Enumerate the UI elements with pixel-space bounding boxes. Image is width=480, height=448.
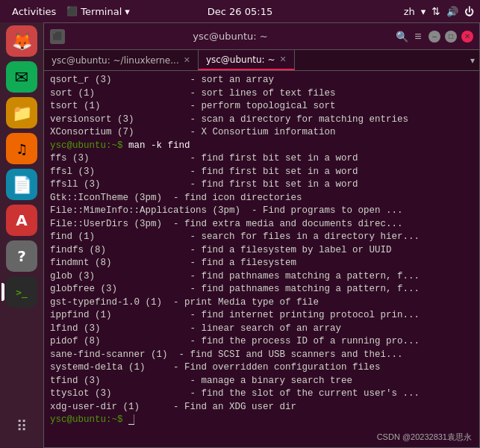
sidebar-item-appsgrid[interactable]: ⠿ bbox=[6, 411, 37, 442]
terminal-tab-1[interactable]: ysc@ubuntu: ~/linuxkerne... ✕ bbox=[44, 50, 199, 70]
lang-label[interactable]: zh bbox=[404, 6, 415, 17]
sidebar-item-help[interactable]: ? bbox=[6, 240, 37, 272]
prompt-1: ysc@ubuntu:~$ bbox=[50, 140, 128, 151]
tab1-close[interactable]: ✕ bbox=[184, 55, 190, 65]
terminal-output-line-1: qsort_r (3) - sort an array sort (1) - s… bbox=[50, 75, 408, 137]
power-icon[interactable]: ⏻ bbox=[464, 6, 474, 17]
watermark: CSDN @20232831袁思永 bbox=[377, 432, 472, 443]
terminal-title: ysc@ubuntu: ~ bbox=[69, 31, 391, 42]
sidebar-item-thunderbird[interactable]: ✉ bbox=[6, 61, 37, 93]
terminal-taskbar-item[interactable]: ⬛ Terminal ▾ bbox=[62, 6, 134, 17]
sidebar-item-libreoffice[interactable]: 📄 bbox=[6, 169, 37, 200]
sidebar-item-rhythmbox[interactable]: ♫ bbox=[6, 133, 37, 164]
sidebar-bottom: ⠿ bbox=[6, 411, 37, 448]
terminal-close-button[interactable]: ✕ bbox=[461, 31, 473, 43]
sidebar-item-files[interactable]: 📁 bbox=[6, 97, 37, 128]
network-icon[interactable]: ⇅ bbox=[431, 5, 440, 17]
sidebar-item-terminal[interactable]: >_ bbox=[6, 276, 37, 308]
activities-button[interactable]: Activities bbox=[6, 0, 62, 22]
sidebar: 🦊 ✉ 📁 ♫ 📄 A ? >_ ⠿ bbox=[0, 22, 43, 448]
tab2-close[interactable]: ✕ bbox=[280, 55, 287, 64]
topbar: Activities ⬛ Terminal ▾ Dec 26 05:15 zh … bbox=[0, 0, 480, 22]
tab1-label: ysc@ubuntu: ~/linuxkerne... bbox=[52, 55, 179, 66]
cmd-1: man -k find bbox=[128, 140, 190, 151]
terminal-menu-button[interactable]: ≡ bbox=[412, 31, 424, 43]
tab-dropdown-button[interactable]: ▾ bbox=[466, 50, 479, 70]
taskbar-terminal-icon: ⬛ bbox=[66, 6, 78, 16]
terminal-tabbar: ysc@ubuntu: ~/linuxkerne... ✕ ysc@ubuntu… bbox=[44, 50, 479, 71]
tab2-label: ysc@ubuntu: ~ bbox=[206, 55, 275, 65]
taskbar-dropdown-icon: ▾ bbox=[125, 6, 130, 17]
activities-label: Activities bbox=[12, 6, 56, 17]
datetime-text: Dec 26 05:15 bbox=[208, 6, 272, 17]
prompt-2: ysc@ubuntu:~$ bbox=[50, 414, 128, 425]
terminal-window: ⬛ ysc@ubuntu: ~ 🔍 ≡ – □ ✕ ysc@ubuntu: ~/… bbox=[43, 22, 480, 448]
terminal-maximize-button[interactable]: □ bbox=[445, 31, 457, 43]
terminal-search-button[interactable]: 🔍 bbox=[396, 31, 408, 43]
terminal-minimize-button[interactable]: – bbox=[428, 31, 440, 43]
terminal-output-line-2: ffs (3) - find first bit set in a word f… bbox=[50, 153, 420, 412]
sidebar-item-software[interactable]: A bbox=[6, 205, 37, 236]
lang-dropdown-icon: ▾ bbox=[421, 6, 426, 17]
sidebar-item-firefox[interactable]: 🦊 bbox=[6, 25, 37, 57]
terminal-titlebar-icon: ⬛ bbox=[50, 29, 65, 44]
taskbar-terminal-label: Terminal bbox=[81, 6, 122, 17]
topbar-datetime: Dec 26 05:15 bbox=[208, 6, 272, 17]
terminal-content[interactable]: qsort_r (3) - sort an array sort (1) - s… bbox=[44, 71, 479, 447]
audio-icon[interactable]: 🔊 bbox=[446, 6, 458, 17]
terminal-titlebar: ⬛ ysc@ubuntu: ~ 🔍 ≡ – □ ✕ bbox=[44, 23, 479, 50]
terminal-tab-2[interactable]: ysc@ubuntu: ~ ✕ bbox=[199, 50, 295, 70]
cursor-block: █ bbox=[128, 414, 134, 425]
